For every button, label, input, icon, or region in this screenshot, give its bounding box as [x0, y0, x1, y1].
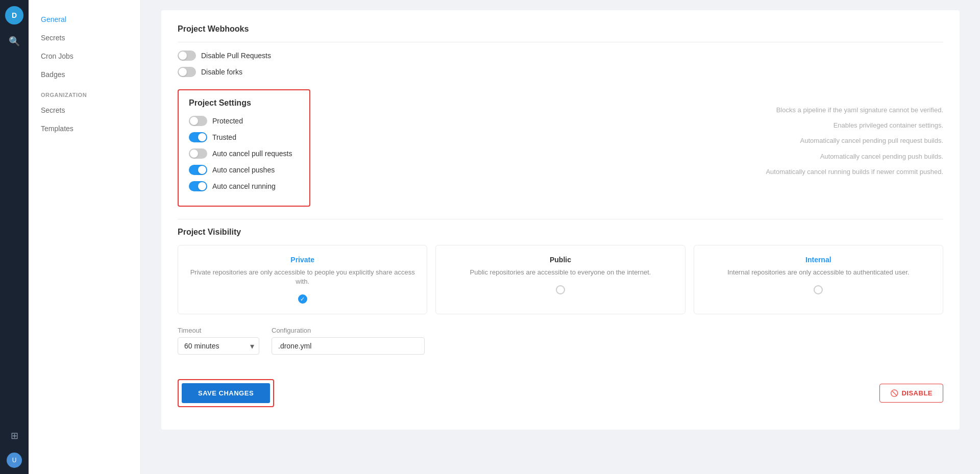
webhooks-section: Project Webhooks Disable Pull Requests D…: [178, 24, 943, 77]
settings-toggle-row-2: Auto cancel pull requests: [189, 148, 299, 159]
main-content: Project Webhooks Disable Pull Requests D…: [141, 0, 980, 474]
settings-desc-2: Automatically cancel pending pull reques…: [331, 136, 943, 145]
settings-toggle-2[interactable]: [189, 148, 207, 159]
disable-pull-requests-row: Disable Pull Requests: [178, 51, 943, 61]
org-section-label: ORGANIZATION: [29, 84, 140, 101]
settings-toggle-4[interactable]: [189, 181, 207, 191]
visibility-card-title-2: Internal: [702, 256, 935, 264]
nav-item-general[interactable]: General: [29, 10, 140, 29]
settings-area: Project Webhooks Disable Pull Requests D…: [161, 10, 960, 430]
settings-toggle-slider-4: [189, 181, 207, 191]
nav-item-secrets[interactable]: Secrets: [29, 29, 140, 47]
visibility-title: Project Visibility: [178, 228, 943, 237]
nav-item-badges[interactable]: Badges: [29, 65, 140, 84]
save-btn-wrapper: SAVE CHANGES: [178, 379, 274, 407]
avatar[interactable]: U: [7, 453, 22, 468]
settings-toggle-slider-1: [189, 132, 207, 142]
visibility-card-title-1: Public: [444, 256, 676, 264]
visibility-radio-1: [556, 285, 565, 294]
visibility-card-title-0: Private: [186, 256, 419, 264]
settings-toggle-slider-0: [189, 116, 207, 126]
save-changes-button[interactable]: SAVE CHANGES: [182, 383, 270, 403]
disable-forks-toggle[interactable]: [178, 67, 196, 77]
settings-toggle-0[interactable]: [189, 116, 207, 126]
disable-button[interactable]: 🚫 DISABLE: [879, 384, 943, 403]
configuration-input[interactable]: [272, 337, 425, 355]
timeout-group: Timeout 60 minutes30 minutes90 minutes12…: [178, 327, 259, 355]
settings-toggle-label-2: Auto cancel pull requests: [212, 149, 292, 158]
disable-forks-label: Disable forks: [201, 68, 242, 76]
webhooks-title: Project Webhooks: [178, 24, 943, 34]
nav-item-templates[interactable]: Templates: [29, 119, 140, 138]
disable-pull-requests-label: Disable Pull Requests: [201, 52, 271, 60]
settings-desc-1: Enables privileged container settings.: [331, 121, 943, 130]
settings-toggle-slider-2: [189, 148, 207, 159]
action-row: SAVE CHANGES 🚫 DISABLE: [178, 371, 943, 415]
settings-toggle-label-3: Auto cancel pushes: [212, 166, 275, 174]
visibility-card-0[interactable]: PrivatePrivate repositories are only acc…: [178, 245, 427, 314]
settings-toggles: ProtectedTrustedAuto cancel pull request…: [189, 116, 299, 191]
visibility-card-1[interactable]: PublicPublic repositories are accessible…: [435, 245, 685, 314]
visibility-card-2[interactable]: InternalInternal repositories are only a…: [694, 245, 943, 314]
visibility-card-desc-1: Public repositories are accessible to ev…: [444, 268, 676, 277]
disable-pull-requests-toggle[interactable]: [178, 51, 196, 61]
settings-toggle-row-0: Protected: [189, 116, 299, 126]
timeout-label: Timeout: [178, 327, 259, 334]
settings-toggle-label-0: Protected: [212, 117, 243, 125]
visibility-card-desc-0: Private repositories are only accessible…: [186, 268, 419, 286]
disable-forks-row: Disable forks: [178, 67, 943, 77]
timeout-select-wrapper: 60 minutes30 minutes90 minutes120 minute…: [178, 337, 259, 355]
configuration-group: Configuration: [272, 327, 425, 355]
nav-item-cron-jobs[interactable]: Cron Jobs: [29, 47, 140, 65]
settings-toggle-label-4: Auto cancel running: [212, 182, 276, 190]
search-icon[interactable]: 🔍: [6, 33, 23, 50]
dashboard-icon[interactable]: ⊞: [8, 427, 21, 444]
project-settings-layout: Project Settings ProtectedTrustedAuto ca…: [178, 89, 943, 207]
toggle-slider-2: [178, 67, 196, 77]
settings-toggle-3[interactable]: [189, 165, 207, 175]
configuration-label: Configuration: [272, 327, 425, 334]
nav-panel: General Secrets Cron Jobs Badges ORGANIZ…: [29, 0, 141, 474]
app-logo[interactable]: D: [5, 6, 23, 24]
settings-descriptions: Blocks a pipeline if the yaml signature …: [331, 89, 943, 183]
timeout-select[interactable]: 60 minutes30 minutes90 minutes120 minute…: [178, 337, 259, 355]
disable-label: DISABLE: [901, 389, 933, 397]
settings-desc-4: Automatically cancel running builds if n…: [331, 167, 943, 177]
settings-desc-0: Blocks a pipeline if the yaml signature …: [331, 106, 943, 115]
settings-toggle-slider-3: [189, 165, 207, 175]
visibility-radio-2: [814, 285, 823, 294]
sidebar-narrow: D 🔍 ⊞ U: [0, 0, 29, 474]
settings-toggle-1[interactable]: [189, 132, 207, 142]
visibility-card-desc-2: Internal repositories are only accessibl…: [702, 268, 935, 277]
visibility-cards: PrivatePrivate repositories are only acc…: [178, 245, 943, 314]
visibility-section: Project Visibility PrivatePrivate reposi…: [178, 219, 943, 314]
settings-toggle-row-1: Trusted: [189, 132, 299, 142]
settings-desc-3: Automatically cancel pending push builds…: [331, 152, 943, 161]
disable-icon: 🚫: [890, 389, 899, 397]
settings-toggle-label-1: Trusted: [212, 133, 236, 141]
visibility-radio-0: [298, 294, 307, 304]
form-row: Timeout 60 minutes30 minutes90 minutes12…: [178, 327, 943, 355]
project-settings-title: Project Settings: [189, 98, 299, 108]
nav-item-org-secrets[interactable]: Secrets: [29, 101, 140, 119]
settings-toggle-row-4: Auto cancel running: [189, 181, 299, 191]
settings-toggle-row-3: Auto cancel pushes: [189, 165, 299, 175]
project-settings-box: Project Settings ProtectedTrustedAuto ca…: [178, 89, 310, 207]
toggle-slider: [178, 51, 196, 61]
